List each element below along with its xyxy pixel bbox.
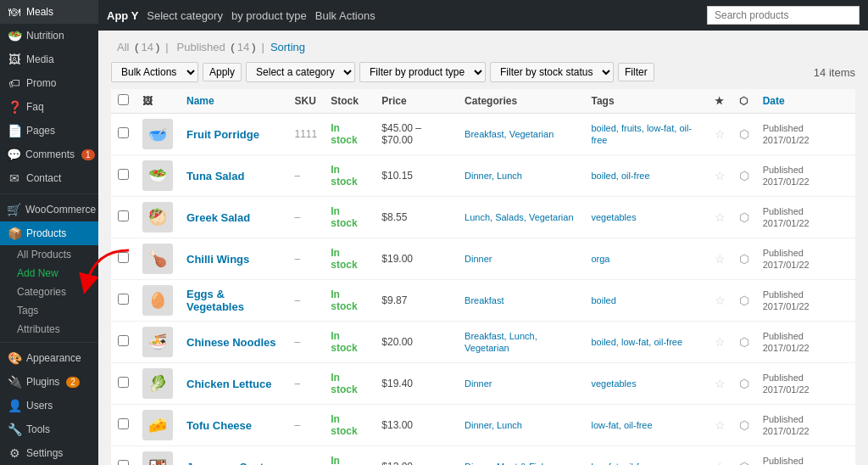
sidebar-item-appearance[interactable]: 🎨 Appearance (0, 346, 98, 370)
sidebar-item-users[interactable]: 👤 Users (0, 394, 98, 417)
product-name-link-0[interactable]: Fruit Porridge (186, 128, 259, 141)
bulk-actions-select[interactable]: Bulk Actions (111, 62, 198, 82)
row-img-0: 🥣 (136, 114, 180, 155)
product-thumb-8: 🍱 (142, 451, 173, 465)
product-name-link-4[interactable]: Eggs & Vegetables (186, 288, 244, 313)
users-icon: 👤 (7, 399, 22, 412)
submenu-categories[interactable]: Categories (0, 283, 98, 301)
meals-icon: 🍽 (7, 5, 22, 19)
star-icon-7[interactable]: ☆ (715, 418, 726, 432)
stock-status-select[interactable]: Filter by stock status (490, 62, 614, 82)
sidebar-item-promo[interactable]: 🏷 Promo (0, 71, 98, 95)
row-name-6: Chicken Lettuce (180, 363, 288, 405)
row-checkbox-8 (111, 446, 136, 466)
row-select-3[interactable] (118, 252, 129, 263)
media-icon: 🖼 (7, 53, 22, 66)
row-select-0[interactable] (118, 127, 129, 138)
row-sku-5: – (288, 322, 325, 363)
row-checkbox-7 (111, 405, 136, 446)
category-select[interactable]: Select a category (246, 62, 355, 82)
star-col: ★ (708, 89, 732, 114)
row-date-2: Published 2017/01/22 (756, 197, 855, 238)
topbar-filter-type[interactable]: by product type (231, 9, 307, 22)
sidebar-item-meals[interactable]: 🍽 Meals (0, 0, 98, 24)
table-row: 🍱 Japanese Saute – In stock $13.00 Dinne… (111, 446, 855, 466)
product-name-link-6[interactable]: Chicken Lettuce (186, 378, 271, 390)
row-star-7: ☆ (708, 405, 732, 446)
select-all-checkbox[interactable] (118, 94, 129, 105)
sidebar-item-pages[interactable]: 📄 Pages (0, 119, 98, 143)
row-categories-2: Lunch, Salads, Vegetarian (458, 197, 584, 238)
row-date-5: Published 2017/01/22 (756, 322, 855, 363)
search-input[interactable] (707, 6, 860, 25)
sidebar-item-tools[interactable]: 🔧 Tools (0, 417, 98, 441)
sidebar-item-plugins[interactable]: 🔌 Plugins 2 (0, 370, 98, 394)
star-icon-5[interactable]: ☆ (715, 335, 726, 349)
star-icon-3[interactable]: ☆ (715, 252, 726, 266)
sidebar-item-contact[interactable]: ✉ Contact (0, 166, 98, 190)
submenu-tags[interactable]: Tags (0, 301, 98, 320)
filter-button[interactable]: Filter (618, 63, 654, 81)
topbar-category[interactable]: Select category (147, 9, 223, 22)
product-name-link-8[interactable]: Japanese Saute (186, 461, 270, 466)
sidebar-item-settings[interactable]: ⚙ Settings (0, 441, 98, 465)
row-img-8: 🍱 (136, 446, 180, 466)
row-stock-0: In stock (324, 114, 375, 155)
row-checkbox-0 (111, 114, 136, 155)
row-date-4: Published 2017/01/22 (756, 280, 855, 322)
subnav-published[interactable]: Published (14) (171, 39, 259, 55)
cube-icon-7: ⬡ (739, 418, 749, 432)
row-select-7[interactable] (118, 418, 129, 429)
topbar-bulk-actions[interactable]: Bulk Actions (315, 9, 376, 22)
row-price-0: $45.00 – $70.00 (375, 114, 458, 155)
row-select-2[interactable] (118, 210, 129, 221)
row-tags-5: boiled, low-fat, oil-free (584, 322, 707, 363)
sidebar-item-faq[interactable]: ❓ Faq (0, 95, 98, 119)
row-select-6[interactable] (118, 377, 129, 388)
star-icon-2[interactable]: ☆ (715, 210, 726, 224)
submenu-attributes[interactable]: Attributes (0, 320, 98, 339)
promo-icon: 🏷 (7, 76, 22, 90)
comments-badge: 1 (81, 149, 95, 160)
sidebar-item-media[interactable]: 🖼 Media (0, 48, 98, 71)
star-icon-0[interactable]: ☆ (715, 127, 726, 141)
star-icon-4[interactable]: ☆ (715, 294, 726, 307)
row-star-2: ☆ (708, 197, 732, 238)
star-icon-1[interactable]: ☆ (715, 169, 726, 182)
row-categories-6: Dinner (458, 363, 584, 405)
submenu-add-new[interactable]: Add New (0, 264, 98, 283)
sidebar-item-woocommerce[interactable]: 🛒 WooCommerce (0, 198, 98, 221)
row-name-3: Chilli Wings (180, 238, 288, 280)
sidebar-item-products[interactable]: 📦 Products (0, 221, 98, 245)
star-icon-8[interactable]: ☆ (715, 460, 726, 465)
apply-button[interactable]: Apply (203, 63, 242, 81)
settings-icon: ⚙ (7, 446, 22, 460)
row-select-1[interactable] (118, 169, 129, 180)
submenu-all-products[interactable]: All Products (0, 245, 98, 264)
subnav-all[interactable]: All (14) (111, 39, 163, 55)
product-thumb-2: 🥙 (142, 202, 173, 232)
sidebar: 🍽 Meals 🥗 Nutrition 🖼 Media 🏷 Promo ❓ Fa… (0, 0, 98, 465)
product-type-select[interactable]: Filter by product type (359, 62, 486, 82)
row-name-5: Chinese Noodles (180, 322, 288, 363)
sidebar-item-comments[interactable]: 💬 Comments 1 (0, 143, 98, 166)
table-header-row: 🖼 Name SKU Stock Price Categories Tags ★… (111, 89, 855, 114)
row-tags-7: low-fat, oil-free (584, 405, 707, 446)
row-select-8[interactable] (118, 460, 129, 465)
row-select-5[interactable] (118, 335, 129, 346)
table-row: 🥣 Fruit Porridge 1111 In stock $45.00 – … (111, 114, 855, 155)
date-col[interactable]: Date (756, 89, 855, 114)
topbar-left: App Y Select category by product type Bu… (107, 9, 376, 22)
product-thumb-3: 🍗 (142, 244, 173, 274)
sidebar-item-nutrition[interactable]: 🥗 Nutrition (0, 24, 98, 48)
product-name-link-2[interactable]: Greek Salad (186, 211, 250, 224)
row-select-4[interactable] (118, 294, 129, 305)
product-name-link-7[interactable]: Tofu Cheese (186, 419, 252, 432)
subnav-sorting[interactable]: Sorting (267, 39, 309, 55)
row-img-2: 🥙 (136, 197, 180, 238)
product-name-link-5[interactable]: Chinese Noodles (186, 336, 275, 349)
star-icon-6[interactable]: ☆ (715, 377, 726, 390)
product-name-link-3[interactable]: Chilli Wings (186, 253, 249, 266)
product-name-link-1[interactable]: Tuna Salad (186, 170, 244, 182)
name-col[interactable]: Name (180, 89, 288, 114)
